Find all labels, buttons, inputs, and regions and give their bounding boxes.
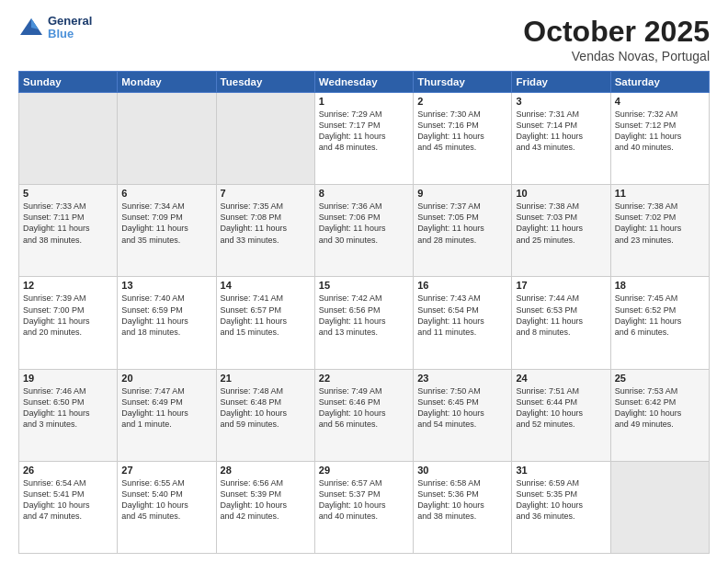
calendar-cell: 26Sunrise: 6:54 AM Sunset: 5:41 PM Dayli…	[19, 461, 118, 553]
week-row-3: 12Sunrise: 7:39 AM Sunset: 7:00 PM Dayli…	[19, 277, 710, 369]
calendar-title: October 2025	[523, 15, 710, 49]
calendar-cell	[610, 461, 709, 553]
day-number: 15	[319, 280, 409, 291]
day-info: Sunrise: 7:50 AM Sunset: 6:45 PM Dayligh…	[417, 385, 507, 431]
calendar-cell: 9Sunrise: 7:37 AM Sunset: 7:05 PM Daylig…	[414, 185, 512, 277]
logo: General Blue	[18, 15, 92, 41]
weekday-header-row: SundayMondayTuesdayWednesdayThursdayFrid…	[19, 72, 710, 93]
week-row-1: 1Sunrise: 7:29 AM Sunset: 7:17 PM Daylig…	[19, 93, 710, 185]
day-info: Sunrise: 7:30 AM Sunset: 7:16 PM Dayligh…	[417, 109, 507, 154]
day-number: 10	[516, 188, 606, 199]
calendar-cell: 25Sunrise: 7:53 AM Sunset: 6:42 PM Dayli…	[610, 369, 709, 461]
logo-text: General Blue	[48, 15, 92, 41]
calendar-cell: 29Sunrise: 6:57 AM Sunset: 5:37 PM Dayli…	[314, 461, 413, 553]
calendar-subtitle: Vendas Novas, Portugal	[523, 49, 710, 63]
day-info: Sunrise: 6:56 AM Sunset: 5:39 PM Dayligh…	[221, 477, 311, 523]
calendar-cell: 2Sunrise: 7:30 AM Sunset: 7:16 PM Daylig…	[414, 93, 512, 185]
day-number: 29	[319, 465, 409, 476]
day-info: Sunrise: 7:35 AM Sunset: 7:08 PM Dayligh…	[221, 201, 311, 246]
day-info: Sunrise: 7:29 AM Sunset: 7:17 PM Dayligh…	[319, 109, 409, 154]
title-block: October 2025 Vendas Novas, Portugal	[523, 15, 710, 63]
week-row-5: 26Sunrise: 6:54 AM Sunset: 5:41 PM Dayli…	[19, 461, 710, 553]
logo-line2: Blue	[48, 28, 92, 40]
calendar-cell	[216, 93, 314, 185]
weekday-header-saturday: Saturday	[610, 72, 709, 93]
week-row-4: 19Sunrise: 7:46 AM Sunset: 6:50 PM Dayli…	[19, 369, 710, 461]
day-info: Sunrise: 7:42 AM Sunset: 6:56 PM Dayligh…	[319, 293, 409, 338]
day-number: 9	[417, 188, 507, 199]
day-info: Sunrise: 7:49 AM Sunset: 6:46 PM Dayligh…	[319, 385, 409, 431]
day-number: 4	[615, 96, 705, 107]
calendar-table: SundayMondayTuesdayWednesdayThursdayFrid…	[18, 71, 710, 554]
day-info: Sunrise: 7:40 AM Sunset: 6:59 PM Dayligh…	[121, 293, 211, 338]
weekday-header-tuesday: Tuesday	[216, 72, 314, 93]
day-number: 30	[417, 465, 507, 476]
day-info: Sunrise: 7:43 AM Sunset: 6:54 PM Dayligh…	[417, 293, 507, 338]
day-info: Sunrise: 7:47 AM Sunset: 6:49 PM Dayligh…	[121, 385, 211, 431]
week-row-2: 5Sunrise: 7:33 AM Sunset: 7:11 PM Daylig…	[19, 185, 710, 277]
day-number: 20	[121, 373, 211, 384]
day-info: Sunrise: 7:34 AM Sunset: 7:09 PM Dayligh…	[121, 201, 211, 246]
day-info: Sunrise: 7:44 AM Sunset: 6:53 PM Dayligh…	[516, 293, 606, 338]
day-number: 14	[221, 280, 311, 291]
day-info: Sunrise: 7:48 AM Sunset: 6:48 PM Dayligh…	[221, 385, 311, 431]
day-info: Sunrise: 7:31 AM Sunset: 7:14 PM Dayligh…	[516, 109, 606, 154]
calendar-cell: 28Sunrise: 6:56 AM Sunset: 5:39 PM Dayli…	[216, 461, 314, 553]
calendar-cell: 4Sunrise: 7:32 AM Sunset: 7:12 PM Daylig…	[610, 93, 709, 185]
day-number: 13	[121, 280, 211, 291]
day-number: 18	[615, 280, 705, 291]
header: General Blue October 2025 Vendas Novas, …	[18, 15, 710, 63]
day-info: Sunrise: 7:41 AM Sunset: 6:57 PM Dayligh…	[221, 293, 311, 338]
calendar-cell: 10Sunrise: 7:38 AM Sunset: 7:03 PM Dayli…	[512, 185, 610, 277]
day-number: 19	[23, 373, 113, 384]
calendar-cell: 14Sunrise: 7:41 AM Sunset: 6:57 PM Dayli…	[216, 277, 314, 369]
weekday-header-thursday: Thursday	[414, 72, 512, 93]
day-info: Sunrise: 7:36 AM Sunset: 7:06 PM Dayligh…	[319, 201, 409, 246]
calendar-cell: 3Sunrise: 7:31 AM Sunset: 7:14 PM Daylig…	[512, 93, 610, 185]
day-number: 25	[615, 373, 705, 384]
day-number: 27	[121, 465, 211, 476]
calendar-cell: 13Sunrise: 7:40 AM Sunset: 6:59 PM Dayli…	[118, 277, 216, 369]
day-number: 23	[417, 373, 507, 384]
day-number: 6	[121, 188, 211, 199]
calendar-cell	[19, 93, 118, 185]
calendar-cell: 27Sunrise: 6:55 AM Sunset: 5:40 PM Dayli…	[118, 461, 216, 553]
calendar-cell: 17Sunrise: 7:44 AM Sunset: 6:53 PM Dayli…	[512, 277, 610, 369]
calendar-cell: 6Sunrise: 7:34 AM Sunset: 7:09 PM Daylig…	[118, 185, 216, 277]
calendar-cell	[118, 93, 216, 185]
day-info: Sunrise: 7:32 AM Sunset: 7:12 PM Dayligh…	[615, 109, 705, 154]
day-info: Sunrise: 7:45 AM Sunset: 6:52 PM Dayligh…	[615, 293, 705, 338]
day-info: Sunrise: 6:55 AM Sunset: 5:40 PM Dayligh…	[121, 477, 211, 523]
day-number: 21	[221, 373, 311, 384]
day-info: Sunrise: 7:39 AM Sunset: 7:00 PM Dayligh…	[23, 293, 113, 338]
day-info: Sunrise: 6:57 AM Sunset: 5:37 PM Dayligh…	[319, 477, 409, 523]
day-info: Sunrise: 7:38 AM Sunset: 7:03 PM Dayligh…	[516, 201, 606, 246]
day-info: Sunrise: 7:53 AM Sunset: 6:42 PM Dayligh…	[615, 385, 705, 431]
day-number: 16	[417, 280, 507, 291]
weekday-header-friday: Friday	[512, 72, 610, 93]
logo-icon	[18, 15, 44, 40]
weekday-header-monday: Monday	[118, 72, 216, 93]
day-number: 28	[221, 465, 311, 476]
calendar-cell: 7Sunrise: 7:35 AM Sunset: 7:08 PM Daylig…	[216, 185, 314, 277]
calendar-cell: 20Sunrise: 7:47 AM Sunset: 6:49 PM Dayli…	[118, 369, 216, 461]
calendar-cell: 24Sunrise: 7:51 AM Sunset: 6:44 PM Dayli…	[512, 369, 610, 461]
day-info: Sunrise: 7:33 AM Sunset: 7:11 PM Dayligh…	[23, 201, 113, 246]
calendar-cell: 8Sunrise: 7:36 AM Sunset: 7:06 PM Daylig…	[314, 185, 413, 277]
calendar-cell: 11Sunrise: 7:38 AM Sunset: 7:02 PM Dayli…	[610, 185, 709, 277]
day-number: 1	[319, 96, 409, 107]
day-number: 5	[23, 188, 113, 199]
day-number: 31	[516, 465, 606, 476]
calendar-cell: 1Sunrise: 7:29 AM Sunset: 7:17 PM Daylig…	[314, 93, 413, 185]
day-number: 11	[615, 188, 705, 199]
calendar-cell: 15Sunrise: 7:42 AM Sunset: 6:56 PM Dayli…	[314, 277, 413, 369]
day-info: Sunrise: 7:51 AM Sunset: 6:44 PM Dayligh…	[516, 385, 606, 431]
calendar-cell: 31Sunrise: 6:59 AM Sunset: 5:35 PM Dayli…	[512, 461, 610, 553]
day-number: 22	[319, 373, 409, 384]
day-number: 12	[23, 280, 113, 291]
day-number: 3	[516, 96, 606, 107]
day-number: 7	[221, 188, 311, 199]
calendar-cell: 12Sunrise: 7:39 AM Sunset: 7:00 PM Dayli…	[19, 277, 118, 369]
svg-marker-1	[31, 18, 39, 29]
day-info: Sunrise: 7:46 AM Sunset: 6:50 PM Dayligh…	[23, 385, 113, 431]
